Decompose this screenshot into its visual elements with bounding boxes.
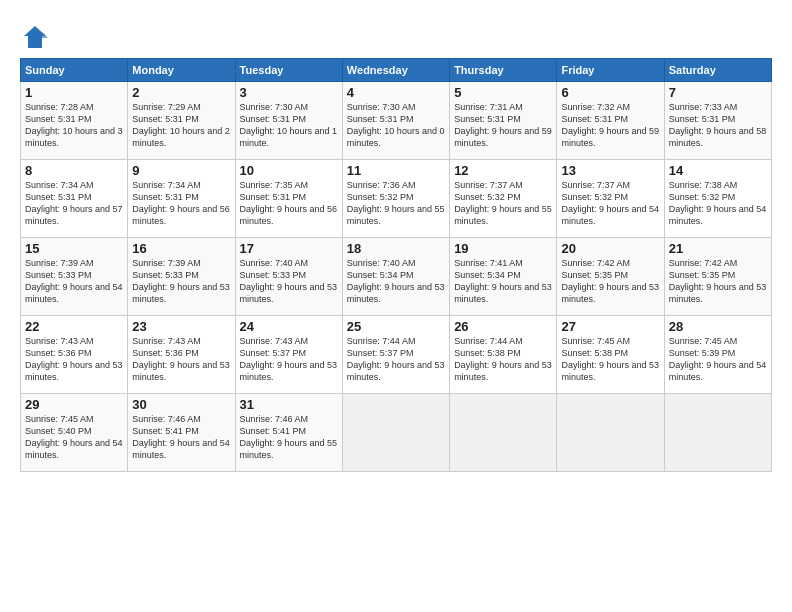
day-number: 12 bbox=[454, 163, 552, 178]
day-number: 3 bbox=[240, 85, 338, 100]
day-info: Sunrise: 7:43 AM Sunset: 5:36 PM Dayligh… bbox=[132, 335, 230, 384]
day-number: 7 bbox=[669, 85, 767, 100]
day-number: 1 bbox=[25, 85, 123, 100]
day-number: 21 bbox=[669, 241, 767, 256]
calendar-cell: 30 Sunrise: 7:46 AM Sunset: 5:41 PM Dayl… bbox=[128, 394, 235, 472]
day-number: 11 bbox=[347, 163, 445, 178]
day-number: 8 bbox=[25, 163, 123, 178]
day-info: Sunrise: 7:43 AM Sunset: 5:36 PM Dayligh… bbox=[25, 335, 123, 384]
day-number: 27 bbox=[561, 319, 659, 334]
day-number: 23 bbox=[132, 319, 230, 334]
calendar-cell: 15 Sunrise: 7:39 AM Sunset: 5:33 PM Dayl… bbox=[21, 238, 128, 316]
weekday-header: Thursday bbox=[450, 59, 557, 82]
day-number: 17 bbox=[240, 241, 338, 256]
day-info: Sunrise: 7:37 AM Sunset: 5:32 PM Dayligh… bbox=[454, 179, 552, 228]
weekday-header: Tuesday bbox=[235, 59, 342, 82]
day-number: 14 bbox=[669, 163, 767, 178]
day-info: Sunrise: 7:45 AM Sunset: 5:39 PM Dayligh… bbox=[669, 335, 767, 384]
day-info: Sunrise: 7:44 AM Sunset: 5:37 PM Dayligh… bbox=[347, 335, 445, 384]
day-info: Sunrise: 7:37 AM Sunset: 5:32 PM Dayligh… bbox=[561, 179, 659, 228]
calendar-cell: 25 Sunrise: 7:44 AM Sunset: 5:37 PM Dayl… bbox=[342, 316, 449, 394]
calendar-cell: 11 Sunrise: 7:36 AM Sunset: 5:32 PM Dayl… bbox=[342, 160, 449, 238]
weekday-header: Monday bbox=[128, 59, 235, 82]
calendar-cell: 9 Sunrise: 7:34 AM Sunset: 5:31 PM Dayli… bbox=[128, 160, 235, 238]
calendar-cell: 31 Sunrise: 7:46 AM Sunset: 5:41 PM Dayl… bbox=[235, 394, 342, 472]
day-number: 9 bbox=[132, 163, 230, 178]
day-info: Sunrise: 7:42 AM Sunset: 5:35 PM Dayligh… bbox=[561, 257, 659, 306]
day-info: Sunrise: 7:45 AM Sunset: 5:38 PM Dayligh… bbox=[561, 335, 659, 384]
weekday-header: Sunday bbox=[21, 59, 128, 82]
calendar-cell bbox=[557, 394, 664, 472]
day-number: 6 bbox=[561, 85, 659, 100]
calendar-cell: 8 Sunrise: 7:34 AM Sunset: 5:31 PM Dayli… bbox=[21, 160, 128, 238]
day-number: 29 bbox=[25, 397, 123, 412]
calendar-row: 8 Sunrise: 7:34 AM Sunset: 5:31 PM Dayli… bbox=[21, 160, 772, 238]
logo bbox=[20, 22, 54, 52]
day-info: Sunrise: 7:38 AM Sunset: 5:32 PM Dayligh… bbox=[669, 179, 767, 228]
calendar-cell: 13 Sunrise: 7:37 AM Sunset: 5:32 PM Dayl… bbox=[557, 160, 664, 238]
weekday-header: Saturday bbox=[664, 59, 771, 82]
day-info: Sunrise: 7:39 AM Sunset: 5:33 PM Dayligh… bbox=[25, 257, 123, 306]
day-info: Sunrise: 7:46 AM Sunset: 5:41 PM Dayligh… bbox=[240, 413, 338, 462]
day-info: Sunrise: 7:34 AM Sunset: 5:31 PM Dayligh… bbox=[132, 179, 230, 228]
day-info: Sunrise: 7:43 AM Sunset: 5:37 PM Dayligh… bbox=[240, 335, 338, 384]
day-info: Sunrise: 7:36 AM Sunset: 5:32 PM Dayligh… bbox=[347, 179, 445, 228]
day-info: Sunrise: 7:28 AM Sunset: 5:31 PM Dayligh… bbox=[25, 101, 123, 150]
calendar-cell: 10 Sunrise: 7:35 AM Sunset: 5:31 PM Dayl… bbox=[235, 160, 342, 238]
logo-icon bbox=[20, 22, 50, 52]
day-info: Sunrise: 7:32 AM Sunset: 5:31 PM Dayligh… bbox=[561, 101, 659, 150]
calendar-cell: 23 Sunrise: 7:43 AM Sunset: 5:36 PM Dayl… bbox=[128, 316, 235, 394]
day-info: Sunrise: 7:30 AM Sunset: 5:31 PM Dayligh… bbox=[240, 101, 338, 150]
weekday-header: Friday bbox=[557, 59, 664, 82]
day-number: 31 bbox=[240, 397, 338, 412]
day-number: 18 bbox=[347, 241, 445, 256]
day-number: 4 bbox=[347, 85, 445, 100]
calendar-cell: 22 Sunrise: 7:43 AM Sunset: 5:36 PM Dayl… bbox=[21, 316, 128, 394]
day-info: Sunrise: 7:33 AM Sunset: 5:31 PM Dayligh… bbox=[669, 101, 767, 150]
day-number: 30 bbox=[132, 397, 230, 412]
calendar-cell: 4 Sunrise: 7:30 AM Sunset: 5:31 PM Dayli… bbox=[342, 82, 449, 160]
calendar-row: 22 Sunrise: 7:43 AM Sunset: 5:36 PM Dayl… bbox=[21, 316, 772, 394]
calendar-cell: 7 Sunrise: 7:33 AM Sunset: 5:31 PM Dayli… bbox=[664, 82, 771, 160]
day-info: Sunrise: 7:46 AM Sunset: 5:41 PM Dayligh… bbox=[132, 413, 230, 462]
calendar-cell: 1 Sunrise: 7:28 AM Sunset: 5:31 PM Dayli… bbox=[21, 82, 128, 160]
day-number: 15 bbox=[25, 241, 123, 256]
calendar-cell: 26 Sunrise: 7:44 AM Sunset: 5:38 PM Dayl… bbox=[450, 316, 557, 394]
header bbox=[20, 18, 772, 52]
calendar-body: 1 Sunrise: 7:28 AM Sunset: 5:31 PM Dayli… bbox=[21, 82, 772, 472]
calendar-cell: 3 Sunrise: 7:30 AM Sunset: 5:31 PM Dayli… bbox=[235, 82, 342, 160]
day-number: 10 bbox=[240, 163, 338, 178]
calendar-row: 1 Sunrise: 7:28 AM Sunset: 5:31 PM Dayli… bbox=[21, 82, 772, 160]
calendar-cell: 18 Sunrise: 7:40 AM Sunset: 5:34 PM Dayl… bbox=[342, 238, 449, 316]
calendar-cell bbox=[342, 394, 449, 472]
calendar-cell: 2 Sunrise: 7:29 AM Sunset: 5:31 PM Dayli… bbox=[128, 82, 235, 160]
calendar-cell: 21 Sunrise: 7:42 AM Sunset: 5:35 PM Dayl… bbox=[664, 238, 771, 316]
day-info: Sunrise: 7:40 AM Sunset: 5:34 PM Dayligh… bbox=[347, 257, 445, 306]
calendar-cell: 28 Sunrise: 7:45 AM Sunset: 5:39 PM Dayl… bbox=[664, 316, 771, 394]
calendar-cell: 27 Sunrise: 7:45 AM Sunset: 5:38 PM Dayl… bbox=[557, 316, 664, 394]
day-number: 20 bbox=[561, 241, 659, 256]
calendar-row: 15 Sunrise: 7:39 AM Sunset: 5:33 PM Dayl… bbox=[21, 238, 772, 316]
day-number: 25 bbox=[347, 319, 445, 334]
calendar-cell: 16 Sunrise: 7:39 AM Sunset: 5:33 PM Dayl… bbox=[128, 238, 235, 316]
calendar-cell: 12 Sunrise: 7:37 AM Sunset: 5:32 PM Dayl… bbox=[450, 160, 557, 238]
calendar-cell: 5 Sunrise: 7:31 AM Sunset: 5:31 PM Dayli… bbox=[450, 82, 557, 160]
calendar-row: 29 Sunrise: 7:45 AM Sunset: 5:40 PM Dayl… bbox=[21, 394, 772, 472]
weekday-header: Wednesday bbox=[342, 59, 449, 82]
day-info: Sunrise: 7:34 AM Sunset: 5:31 PM Dayligh… bbox=[25, 179, 123, 228]
day-info: Sunrise: 7:29 AM Sunset: 5:31 PM Dayligh… bbox=[132, 101, 230, 150]
day-number: 26 bbox=[454, 319, 552, 334]
day-number: 13 bbox=[561, 163, 659, 178]
day-info: Sunrise: 7:42 AM Sunset: 5:35 PM Dayligh… bbox=[669, 257, 767, 306]
calendar-table: SundayMondayTuesdayWednesdayThursdayFrid… bbox=[20, 58, 772, 472]
calendar-cell: 19 Sunrise: 7:41 AM Sunset: 5:34 PM Dayl… bbox=[450, 238, 557, 316]
day-number: 24 bbox=[240, 319, 338, 334]
day-number: 28 bbox=[669, 319, 767, 334]
calendar-cell: 14 Sunrise: 7:38 AM Sunset: 5:32 PM Dayl… bbox=[664, 160, 771, 238]
day-info: Sunrise: 7:40 AM Sunset: 5:33 PM Dayligh… bbox=[240, 257, 338, 306]
calendar-cell: 20 Sunrise: 7:42 AM Sunset: 5:35 PM Dayl… bbox=[557, 238, 664, 316]
day-number: 5 bbox=[454, 85, 552, 100]
calendar-cell: 29 Sunrise: 7:45 AM Sunset: 5:40 PM Dayl… bbox=[21, 394, 128, 472]
svg-marker-1 bbox=[42, 32, 48, 38]
day-info: Sunrise: 7:41 AM Sunset: 5:34 PM Dayligh… bbox=[454, 257, 552, 306]
